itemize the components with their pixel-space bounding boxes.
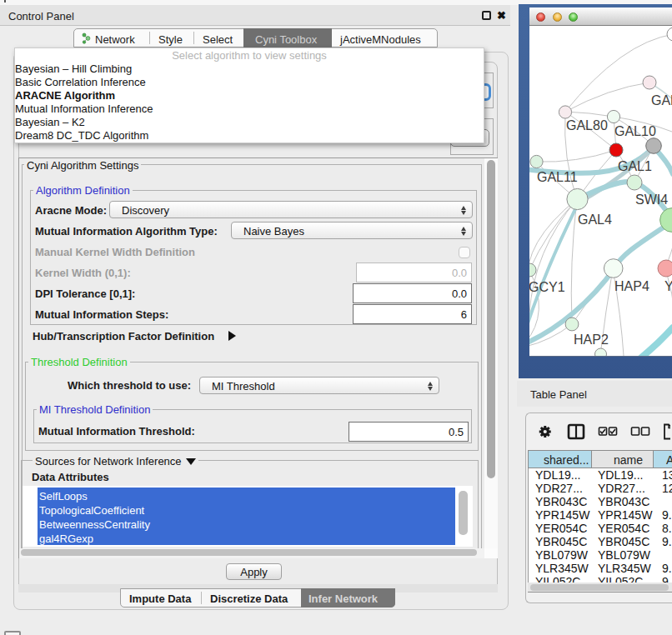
svg-text:GAL80: GAL80 (566, 118, 608, 132)
svg-text:HAP4: HAP4 (614, 279, 649, 293)
svg-text:GAL10: GAL10 (614, 124, 656, 138)
svg-text:Y: Y (664, 279, 672, 293)
svg-text:SWI4: SWI4 (635, 192, 668, 207)
svg-text:GAL11: GAL11 (537, 170, 578, 184)
svg-text:GAL1: GAL1 (618, 159, 652, 173)
svg-text:HAP2: HAP2 (574, 332, 609, 347)
svg-text:GAL: GAL (651, 93, 672, 108)
svg-text:GAL4: GAL4 (578, 212, 612, 227)
svg-text:GCY1: GCY1 (529, 280, 565, 294)
